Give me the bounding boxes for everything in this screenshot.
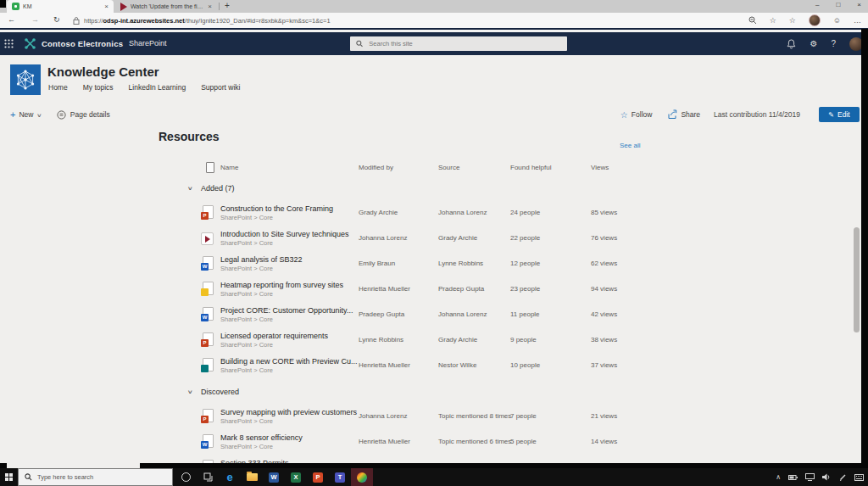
share-button[interactable]: Share bbox=[681, 110, 700, 119]
resource-source: Nestor Wilke bbox=[438, 361, 476, 369]
chevron-down-icon[interactable]: ∨ bbox=[36, 112, 42, 118]
nav-item-home[interactable]: Home bbox=[48, 83, 68, 92]
see-all-link[interactable]: See all bbox=[620, 142, 640, 149]
active-app-icon[interactable] bbox=[351, 468, 373, 486]
network-display-icon[interactable] bbox=[805, 473, 815, 481]
nav-item-support-wiki[interactable]: Support wiki bbox=[201, 83, 240, 92]
resource-name[interactable]: Legal analysis of SB322 bbox=[220, 255, 303, 264]
resource-views: 85 views bbox=[591, 209, 617, 216]
resource-modified-by: Johanna Lorenz bbox=[359, 412, 407, 420]
resource-found-helpful: 11 people bbox=[510, 310, 540, 318]
address-bar[interactable]: https://odsp-int.azurewebsites.net/thuy/… bbox=[84, 17, 331, 25]
section-header[interactable]: ∨Added (7) bbox=[186, 180, 661, 200]
help-icon[interactable]: ? bbox=[831, 39, 836, 48]
page-scrollbar[interactable] bbox=[854, 227, 860, 332]
brand-name[interactable]: Contoso Electronics bbox=[42, 39, 123, 48]
resource-row[interactable]: Heatmap reporting from survey sitesShare… bbox=[186, 277, 661, 302]
resource-name[interactable]: Introduction to Site Survey techniques bbox=[220, 230, 349, 238]
favorites-star-icon[interactable]: ☆ bbox=[770, 16, 776, 25]
resource-row[interactable]: PLicensed operator requirementsSharePoin… bbox=[186, 327, 661, 353]
nav-item-my-topics[interactable]: My topics bbox=[83, 83, 114, 92]
plus-icon: + bbox=[10, 109, 15, 120]
contoso-drone-logo bbox=[24, 37, 36, 50]
zoom-out-icon[interactable] bbox=[748, 16, 757, 25]
browser-profile-avatar[interactable] bbox=[809, 14, 821, 26]
tab-stream-video[interactable]: Watch 'Update from the field' | M × bbox=[115, 0, 217, 13]
task-view-icon[interactable] bbox=[197, 468, 219, 486]
resource-path: SharePoint > Core bbox=[220, 366, 273, 374]
resource-row[interactable]: WLegal analysis of SB322SharePoint > Cor… bbox=[186, 251, 661, 277]
edit-button[interactable]: ✎ Edit bbox=[819, 107, 860, 122]
excel-app-icon[interactable]: X bbox=[285, 468, 307, 486]
resource-name[interactable]: Building a new CORE with Preview Cu... bbox=[220, 357, 358, 366]
touch-keyboard-icon[interactable] bbox=[854, 474, 864, 481]
resource-modified-by: Henrietta Mueller bbox=[359, 361, 410, 369]
resource-row[interactable]: WMark 8 sensor efficiencySharePoint > Co… bbox=[186, 429, 661, 455]
document-type-column-icon[interactable] bbox=[206, 162, 214, 173]
resource-row[interactable]: Building a new CORE with Preview Cu...Sh… bbox=[186, 353, 661, 378]
resource-row[interactable]: PConstruction to the Core FramingSharePo… bbox=[186, 200, 661, 226]
notifications-bell-icon[interactable] bbox=[787, 39, 796, 49]
collapse-chevron-icon[interactable]: ∨ bbox=[187, 388, 193, 394]
column-header-source[interactable]: Source bbox=[438, 164, 459, 171]
collapse-chevron-icon[interactable]: ∨ bbox=[187, 185, 193, 191]
resource-found-helpful: 7 people bbox=[510, 412, 537, 420]
site-search-box[interactable] bbox=[350, 36, 567, 51]
resource-name[interactable]: Licensed operator requirements bbox=[220, 332, 328, 340]
close-tab-icon[interactable]: × bbox=[104, 3, 108, 10]
app-launcher-waffle-icon[interactable] bbox=[4, 39, 14, 48]
settings-gear-icon[interactable]: ⚙ bbox=[810, 39, 817, 48]
window-restore-button[interactable]: □ bbox=[836, 1, 840, 8]
windows-taskbar: Type here to search e W X P T ∧ bbox=[0, 468, 868, 486]
powerpoint-app-icon[interactable]: P bbox=[307, 468, 329, 486]
back-icon[interactable]: ← bbox=[8, 15, 15, 24]
cortana-icon[interactable] bbox=[175, 468, 197, 486]
new-tab-button[interactable]: + bbox=[225, 1, 230, 10]
resource-modified-by: Henrietta Mueller bbox=[359, 285, 410, 293]
resource-name[interactable]: Heatmap reporting from survey sites bbox=[220, 281, 343, 289]
site-search-input[interactable] bbox=[367, 39, 561, 48]
tab-km[interactable]: KM × bbox=[7, 0, 114, 13]
window-close-button[interactable]: × bbox=[857, 1, 861, 8]
resource-found-helpful: 12 people bbox=[510, 260, 540, 267]
taskbar-search-box[interactable]: Type here to search bbox=[18, 468, 173, 486]
battery-icon[interactable] bbox=[788, 474, 798, 481]
column-header-found-helpful[interactable]: Found helpful bbox=[510, 164, 551, 171]
pen-icon[interactable] bbox=[839, 473, 847, 481]
site-logo[interactable] bbox=[10, 64, 41, 95]
column-header-views[interactable]: Views bbox=[591, 164, 609, 171]
tab-title: Watch 'Update from the field' | M bbox=[131, 3, 204, 9]
follow-button[interactable]: Follow bbox=[632, 110, 653, 119]
forward-icon[interactable]: → bbox=[31, 15, 39, 24]
refresh-icon[interactable]: ↻ bbox=[53, 15, 60, 24]
window-minimize-button[interactable]: – bbox=[815, 1, 819, 8]
file-explorer-icon[interactable] bbox=[241, 468, 263, 486]
column-header-name[interactable]: Name bbox=[220, 164, 238, 171]
product-name-sharepoint[interactable]: SharePoint bbox=[129, 39, 167, 47]
nav-item-linkedin-learning[interactable]: LinkedIn Learning bbox=[129, 83, 186, 92]
volume-icon[interactable] bbox=[822, 473, 832, 481]
resource-row[interactable]: WProject CORE: Customer Opportunity...Sh… bbox=[186, 302, 661, 327]
page-details-button[interactable]: Page details bbox=[70, 110, 110, 119]
resource-row[interactable]: Introduction to Site Survey techniquesSh… bbox=[186, 226, 661, 251]
column-header-modified-by[interactable]: Modified by bbox=[359, 164, 393, 171]
resource-row[interactable]: PSurvey mapping with preview customersSh… bbox=[186, 404, 661, 429]
teams-app-icon[interactable]: T bbox=[329, 468, 351, 486]
resource-name[interactable]: Project CORE: Customer Opportunity... bbox=[220, 306, 353, 315]
close-tab-icon[interactable]: × bbox=[208, 3, 212, 10]
new-button[interactable]: New bbox=[19, 110, 33, 119]
show-hidden-icons[interactable]: ∧ bbox=[776, 473, 781, 481]
edge-browser-icon[interactable]: e bbox=[219, 468, 241, 486]
resource-name[interactable]: Construction to the Core Framing bbox=[220, 204, 333, 213]
start-button[interactable] bbox=[0, 468, 18, 486]
resource-modified-by: Pradeep Gupta bbox=[359, 310, 404, 318]
add-favorite-icon[interactable]: ☆ bbox=[789, 16, 796, 25]
browser-menu-icon[interactable]: … bbox=[854, 16, 861, 25]
section-header[interactable]: ∨Discovered bbox=[186, 383, 661, 404]
resource-name[interactable]: Survey mapping with preview customers bbox=[220, 408, 357, 416]
word-app-icon[interactable]: W bbox=[263, 468, 285, 486]
resource-name[interactable]: Mark 8 sensor efficiency bbox=[220, 433, 303, 442]
feedback-smiley-icon[interactable]: ☺ bbox=[833, 16, 841, 25]
resource-views: 38 views bbox=[591, 336, 617, 344]
resource-found-helpful: 9 people bbox=[510, 336, 537, 344]
